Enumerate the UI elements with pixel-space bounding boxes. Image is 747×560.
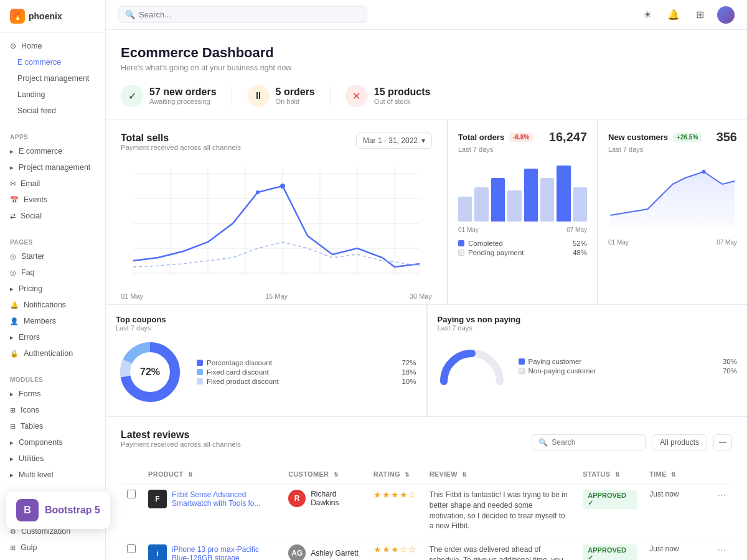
top-nav: 🔍 ☀ 🔔 ⊞ [106, 0, 747, 30]
row-checkbox[interactable] [127, 544, 136, 553]
sidebar-item-errors[interactable]: ▸ Errors [0, 329, 105, 345]
docs-gulp-label: Gulp [21, 543, 37, 552]
sidebar-item-ecommerce-app[interactable]: ▸ E commerce [0, 143, 105, 159]
modules-multilevel-label: Multi level [19, 470, 54, 479]
row-more-button[interactable]: ··· [718, 544, 726, 555]
th-customer[interactable]: CUSTOMER ⇅ [282, 465, 367, 483]
bar-6 [540, 178, 554, 222]
apps-grid-button[interactable]: ⊞ [691, 6, 708, 24]
row-review-cell: This Fitbit is fantastic! I was trying t… [423, 483, 577, 538]
row-review-cell: The order was delivered ahead of schedul… [423, 538, 577, 560]
sidebar-item-auth[interactable]: 🔒 Authentication [0, 345, 105, 362]
svg-point-13 [256, 190, 260, 194]
sells-x-label-3: 30 May [410, 292, 432, 300]
apps-email-label: Email [21, 179, 40, 188]
sidebar-item-members[interactable]: 👤 Members [0, 313, 105, 329]
new-orders-value: 57 new orders [149, 86, 217, 98]
sidebar-item-starter[interactable]: ◎ Starter [0, 248, 105, 264]
out-of-stock-label: Out of stock [374, 98, 431, 105]
on-hold-info: 5 orders On hold [276, 86, 315, 105]
modules-utilities-label: Utilities [19, 454, 44, 463]
coupons-donut: 72% [116, 338, 184, 406]
bootstrap-banner: B Bootstrap 5 [6, 492, 110, 529]
sidebar-item-ecommerce[interactable]: E commerce [0, 54, 105, 70]
sidebar-social-feed-label: Social feed [17, 106, 56, 115]
th-status[interactable]: STATUS ⇅ [576, 465, 643, 483]
sidebar-item-events[interactable]: 📅 Events [0, 192, 105, 208]
sidebar-item-landing[interactable]: Landing [0, 86, 105, 103]
paying-legend-1-pct: 30% [723, 358, 737, 365]
search-icon: 🔍 [125, 10, 135, 19]
reviews-search-box[interactable]: 🔍 [532, 434, 646, 450]
bootstrap-letter: B [24, 505, 31, 516]
row-checkbox[interactable] [127, 490, 136, 498]
bar-5 [524, 169, 538, 222]
sidebar-item-notifications[interactable]: 🔔 Notifications [0, 297, 105, 313]
user-avatar[interactable] [717, 6, 735, 24]
dashboard-header: Ecommerce Dashboard Here's what's going … [106, 30, 747, 120]
review-text: This Fitbit is fantastic! I was trying t… [430, 490, 571, 531]
sidebar-item-utilities[interactable]: ▸ Utilities [0, 450, 105, 467]
row-actions-cell: ··· [712, 483, 732, 538]
search-input[interactable] [139, 10, 360, 19]
all-products-filter[interactable]: All products [652, 434, 707, 450]
sidebar-item-tables[interactable]: ⊟ Tables [0, 418, 105, 434]
th-time[interactable]: TIME ⇅ [643, 465, 711, 483]
reviews-more-options[interactable]: — [713, 434, 732, 450]
svg-point-15 [702, 170, 706, 174]
search-box[interactable]: 🔍 [118, 6, 367, 23]
product-image: i [148, 544, 167, 560]
sidebar-item-forms[interactable]: ▸ Forms [0, 386, 105, 402]
sidebar-item-gulp[interactable]: ⊞ Gulp [0, 539, 105, 556]
review-sort-icon: ⇅ [462, 472, 467, 478]
stat-divider-1 [232, 85, 232, 107]
product-sort-icon: ⇅ [188, 472, 193, 478]
pending-dot [458, 250, 464, 256]
star-rating: ★★★★☆ [374, 490, 417, 500]
paying-title: Paying vs non paying [438, 315, 738, 324]
apps-label: APPS [0, 129, 105, 143]
reviews-actions: 🔍 All products — [532, 434, 732, 450]
th-actions [712, 465, 732, 483]
sidebar-item-pm-app[interactable]: ▸ Project management [0, 159, 105, 175]
sells-x-label-2: 15 May [265, 292, 288, 300]
sidebar-item-components[interactable]: ▸ Components [0, 434, 105, 450]
status-sort-icon: ⇅ [615, 472, 620, 478]
product-col-label: PRODUCT [148, 470, 184, 478]
pages-auth-label: Authentication [24, 349, 73, 358]
th-product[interactable]: PRODUCT ⇅ [142, 465, 282, 483]
sidebar-item-social[interactable]: ⇄ Social [0, 208, 105, 224]
stat-out-of-stock: ✕ 15 products Out of stock [345, 85, 431, 107]
th-checkbox [121, 465, 142, 483]
product-link[interactable]: Fitbit Sense Advanced Smartwatch with To… [172, 490, 276, 508]
notifications-button[interactable]: 🔔 [665, 6, 682, 24]
product-link[interactable]: iPhone 13 pro max-Pacific Blue-128GB sto… [172, 545, 276, 560]
new-customers-panel: New customers +26.5% 356 Last 7 days [598, 120, 747, 304]
customers-title: New customers [608, 133, 668, 142]
pages-pricing-label: Pricing [19, 284, 42, 293]
row-more-button[interactable]: ··· [718, 490, 726, 500]
out-of-stock-info: 15 products Out of stock [374, 86, 431, 105]
theme-toggle-button[interactable]: ☀ [639, 6, 656, 24]
date-selector[interactable]: Mar 1 - 31, 2022 ▾ [356, 133, 432, 149]
customers-subtitle: Last 7 days [608, 146, 737, 153]
th-review[interactable]: REVIEW ⇅ [423, 465, 577, 483]
sidebar-item-pricing[interactable]: ▸ Pricing [0, 281, 105, 297]
non-paying-dot [519, 368, 525, 374]
sidebar-item-icons[interactable]: ⊞ Icons [0, 402, 105, 418]
coupons-legend-3-label: Fixed product discount [207, 378, 279, 385]
sidebar-item-faq[interactable]: ◎ Faq [0, 264, 105, 281]
sidebar-item-design-file[interactable]: ⊞ Design file [0, 556, 105, 560]
orders-subtitle: Last 7 days [458, 146, 587, 153]
bootstrap-icon: B [16, 499, 39, 521]
sidebar-item-project-management[interactable]: Project management [0, 70, 105, 86]
sidebar-item-home[interactable]: ⊙ Home [0, 38, 105, 54]
reviews-search-input[interactable] [552, 438, 639, 447]
th-rating[interactable]: RATING ⇅ [367, 465, 423, 483]
status-badge: APPROVED ✓ [583, 544, 637, 560]
sidebar-item-multilevel[interactable]: ▸ Multi level [0, 467, 105, 483]
orders-header: Total orders -6.8% 16,247 [458, 130, 587, 144]
sidebar-item-email[interactable]: ✉ Email [0, 175, 105, 192]
orders-legend-2-label: Pending payment [468, 249, 524, 256]
sidebar-item-social-feed[interactable]: Social feed [0, 103, 105, 119]
